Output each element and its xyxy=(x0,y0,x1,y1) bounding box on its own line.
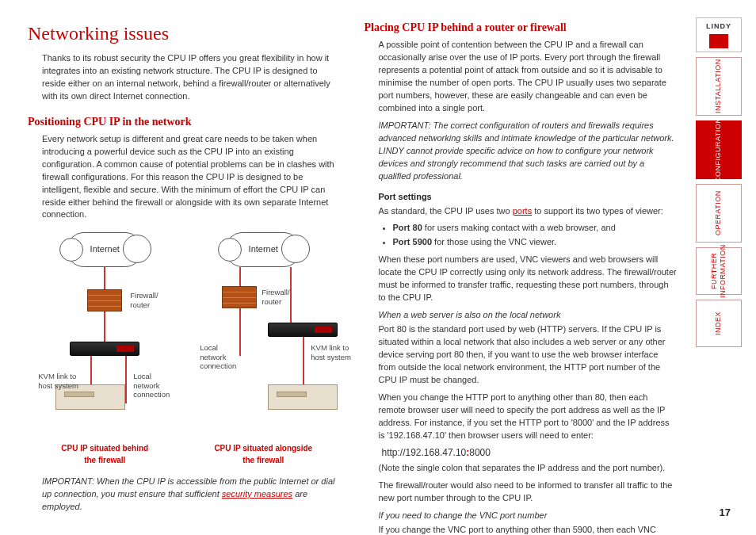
port-5900-text: for those using the VNC viewer. xyxy=(432,237,556,246)
host-system xyxy=(268,384,338,410)
list-item: Port 80 for users making contact with a … xyxy=(393,222,678,235)
tab-index[interactable]: INDEX xyxy=(696,300,742,347)
list-item: Port 5900 for those using the VNC viewer… xyxy=(393,236,678,249)
diagram-caption-right: CPU IP situated alongside the firewall xyxy=(192,443,334,466)
kvm-link-label: KVM link to host system xyxy=(38,372,78,390)
subheading-webserver: When a web server is also on the local n… xyxy=(379,309,678,322)
cpu-ip-unit xyxy=(70,342,139,356)
important-config-note: IMPORTANT: The correct configuration of … xyxy=(379,120,678,183)
ports-intro-post: to support its two types of viewer: xyxy=(532,206,663,216)
firewall-label: Firewall/ router xyxy=(262,288,289,306)
logo-text: LINDY xyxy=(706,21,731,32)
tab-operation[interactable]: OPERATION xyxy=(696,184,742,243)
tab-configuration[interactable]: CONFIGURATION xyxy=(696,120,742,179)
web-para3: The firewall/router would also need to b… xyxy=(379,480,678,505)
security-measures-link[interactable]: security measures xyxy=(222,489,292,499)
side-nav: LINDY INSTALLATION CONFIGURATION OPERATI… xyxy=(696,17,742,347)
page-number: 17 xyxy=(720,506,731,521)
diagram-behind-firewall: Internet Firewall/ router KVM link to ho… xyxy=(33,232,176,438)
http-example-post: 8000 xyxy=(469,447,491,458)
section-positioning: Positioning CPU IP in the network xyxy=(28,114,341,130)
vnc-para1: If you change the VNC port to anything o… xyxy=(379,524,678,535)
web-para1: Port 80 is the standard port used by web… xyxy=(379,323,678,387)
cpu-ip-unit xyxy=(268,323,338,337)
intro-paragraph: Thanks to its robust security the CPU IP… xyxy=(42,52,341,103)
firewall-icon xyxy=(87,289,122,311)
ports-list: Port 80 for users making contact with a … xyxy=(393,222,678,249)
ports-intro: As standard, the CPU IP uses two ports t… xyxy=(379,205,678,218)
internet-cloud: Internet xyxy=(225,232,301,267)
kvm-link-label: KVM link to host system xyxy=(311,343,351,361)
ports-link[interactable]: ports xyxy=(513,206,532,216)
port-80-label: Port 80 xyxy=(393,223,422,232)
page-title: Networking issues xyxy=(28,20,341,48)
port-80-text: for users making contact with a web brow… xyxy=(422,223,616,232)
network-diagrams: Internet Firewall/ router KVM link to ho… xyxy=(28,232,341,438)
firewall-icon xyxy=(222,286,257,308)
local-net-label: Local network connection xyxy=(200,343,236,370)
port-settings-heading: Port settings xyxy=(379,191,678,204)
web-note: (Note the single colon that separates th… xyxy=(379,462,678,475)
logo-square-icon xyxy=(709,34,728,48)
diagram-alongside-firewall: Internet Firewall/ router Local network … xyxy=(192,232,334,438)
section-placing-behind: Placing CPU IP behind a router or firewa… xyxy=(365,20,678,36)
http-example-pre: http://192.168.47.10 xyxy=(382,447,467,458)
tab-installation[interactable]: INSTALLATION xyxy=(696,57,742,116)
local-net-label: Local network connection xyxy=(133,372,170,399)
subheading-vnc: If you need to change the VNC port numbe… xyxy=(379,510,678,522)
internet-cloud: Internet xyxy=(67,232,143,267)
positioning-paragraph: Every network setup is different and gre… xyxy=(42,133,341,222)
diagram-caption-left: CPU IP situated behind the firewall xyxy=(33,443,176,466)
http-example: http://192.168.47.10:8000 xyxy=(382,446,678,460)
placing-para1: A possible point of contention between t… xyxy=(379,39,678,115)
firewall-label: Firewall/ router xyxy=(130,291,158,309)
tab-further-information[interactable]: FURTHER INFORMATION xyxy=(696,247,742,295)
lindy-logo: LINDY xyxy=(696,17,742,52)
ports-intro-pre: As standard, the CPU IP uses two xyxy=(379,206,513,216)
important-note: IMPORTANT: When the CPU IP is accessible… xyxy=(42,476,341,514)
web-para2: When you change the HTTP port to anythin… xyxy=(379,392,678,442)
ports-after-paragraph: When these port numbers are used, VNC vi… xyxy=(379,254,678,304)
port-5900-label: Port 5900 xyxy=(393,237,433,246)
